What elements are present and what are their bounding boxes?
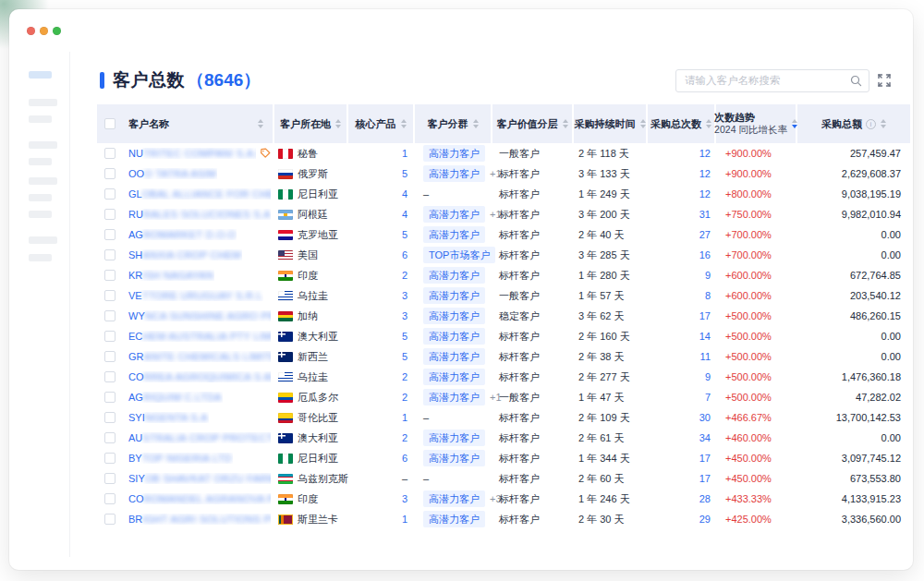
row-checkbox[interactable] [104, 331, 116, 342]
row-checkbox[interactable] [104, 453, 116, 464]
customer-name-link[interactable]: CORREA AGROQUIMICA S ANDR... [128, 371, 271, 382]
fullscreen-expand-icon[interactable] [878, 74, 891, 87]
purchase-count-link[interactable]: 8 [705, 290, 711, 301]
row-checkbox[interactable] [104, 290, 116, 301]
purchase-count-link[interactable]: 14 [699, 331, 711, 342]
close-window-button[interactable] [27, 27, 35, 35]
core-product-count-link[interactable]: 3 [402, 310, 407, 321]
customer-name-link[interactable]: AUSTRALIA CROP PROTECTIONP... [128, 432, 271, 443]
purchase-count-link[interactable]: 12 [699, 168, 711, 179]
core-product-count-link[interactable]: 4 [402, 209, 407, 220]
row-checkbox[interactable] [104, 351, 116, 362]
core-product-count-link[interactable]: 2 [402, 270, 407, 281]
column-header-core-product[interactable]: 核心产品 [348, 104, 415, 143]
customer-name-link[interactable]: RURALES SOLUCIONES S.A [128, 209, 271, 220]
row-checkbox[interactable] [104, 432, 116, 443]
customer-name-link[interactable]: OOO TATRA ASIM [128, 168, 217, 179]
row-checkbox[interactable] [104, 310, 116, 321]
core-product-count-link[interactable]: 5 [402, 331, 407, 342]
customer-name-link[interactable]: BYTOP NIGERIA LTD [128, 453, 233, 464]
row-checkbox[interactable] [104, 412, 116, 423]
core-product-count-link[interactable]: 5 [402, 168, 407, 179]
core-product-count-link[interactable]: 5 [402, 351, 407, 362]
row-checkbox[interactable] [104, 392, 116, 403]
sort-icon[interactable] [473, 119, 479, 128]
core-product-count-link[interactable]: 5 [402, 229, 407, 240]
column-header-trend[interactable]: 次数趋势 2024 同比增长率 [716, 104, 797, 143]
purchase-count-link[interactable]: 16 [699, 249, 711, 260]
core-product-count-link[interactable]: 1 [402, 148, 407, 159]
sidebar-item[interactable] [29, 194, 52, 201]
customer-name-link[interactable]: ECHEM AUSTRALIA PTY LIMITED [128, 331, 271, 342]
core-product-count-link[interactable]: 2 [402, 392, 407, 403]
purchase-count-link[interactable]: 17 [699, 453, 711, 464]
purchase-count-link[interactable]: 27 [699, 229, 711, 240]
row-checkbox[interactable] [104, 209, 116, 220]
row-checkbox[interactable] [104, 249, 116, 260]
row-checkbox[interactable] [104, 493, 116, 504]
sort-icon[interactable] [258, 119, 263, 128]
core-product-count-link[interactable]: 6 [402, 249, 407, 260]
core-product-count-link[interactable]: 3 [402, 493, 407, 504]
sidebar-item[interactable] [29, 177, 57, 185]
purchase-count-link[interactable]: 31 [699, 209, 711, 220]
row-checkbox[interactable] [104, 473, 116, 484]
sidebar-item[interactable] [29, 115, 52, 123]
row-checkbox[interactable] [104, 371, 116, 382]
sort-icon[interactable] [706, 119, 711, 128]
row-checkbox[interactable] [104, 148, 116, 159]
customer-name-link[interactable]: NUTRITEC COMPANI S.A.C [128, 148, 256, 159]
select-all-checkbox[interactable] [104, 118, 116, 129]
customer-name-link[interactable]: SHANXIA CROP CHEM [128, 249, 242, 260]
customer-name-link[interactable]: AGROMARKET D.O.O [128, 229, 237, 240]
row-checkbox[interactable] [104, 188, 116, 200]
customer-name-link[interactable]: KRISH NAGAYAN [128, 270, 214, 281]
customer-name-link[interactable]: COROMANDEL AGRANOVA PRIVATE ... [128, 493, 271, 504]
sort-icon-active-desc[interactable] [792, 119, 797, 128]
core-product-count-link[interactable]: – [402, 473, 407, 484]
sort-icon[interactable] [335, 119, 341, 128]
column-header-duration[interactable]: 采购持续时间 [574, 104, 648, 143]
purchase-count-link[interactable]: 17 [699, 310, 711, 321]
row-checkbox[interactable] [104, 514, 116, 525]
core-product-count-link[interactable]: 2 [402, 432, 407, 443]
search-icon[interactable] [850, 75, 862, 87]
customer-name-link[interactable]: AGRIQUIM C.LTDA [128, 392, 223, 403]
column-header-segment[interactable]: 客户分群 [415, 104, 492, 143]
purchase-count-link[interactable]: 17 [699, 473, 711, 484]
column-header-purchase-count[interactable]: 采购总次数 [648, 104, 716, 143]
column-header-customer-name[interactable]: 客户名称 [97, 104, 274, 143]
column-header-amount[interactable]: 采购总额 i [797, 104, 910, 143]
customer-name-link[interactable]: WYNCA SUNSHINE AGRO PRODU... [128, 310, 271, 321]
purchase-count-link[interactable]: 7 [705, 392, 711, 403]
sort-icon[interactable] [640, 119, 646, 128]
customer-name-link[interactable]: VETTORE URUGUAY S.R.L [128, 290, 263, 301]
sort-icon[interactable] [881, 119, 886, 128]
purchase-count-link[interactable]: 28 [699, 493, 711, 504]
core-product-count-link[interactable]: 6 [402, 453, 407, 464]
row-checkbox[interactable] [104, 168, 116, 179]
info-icon[interactable]: i [866, 119, 876, 129]
sidebar-item[interactable] [29, 236, 57, 244]
purchase-count-link[interactable]: 30 [699, 412, 711, 423]
sidebar-item[interactable] [29, 254, 52, 261]
purchase-count-link[interactable]: 34 [699, 432, 711, 443]
zoom-window-button[interactable] [53, 27, 61, 35]
core-product-count-link[interactable]: 1 [402, 514, 407, 525]
customer-name-link[interactable]: GLOBAL ALLIANCE FOR CHEMICA... [128, 188, 271, 200]
column-header-value-tier[interactable]: 客户价值分层 [492, 104, 574, 143]
customer-name-link[interactable]: BRIGHT AGRI SOLUTIONS PVTLTD [128, 514, 271, 525]
customer-name-link[interactable]: SYINGENTA S.A [128, 412, 209, 423]
search-input[interactable] [685, 75, 850, 86]
sidebar-item[interactable] [29, 211, 52, 218]
sort-icon[interactable] [401, 119, 407, 128]
sidebar-item[interactable] [29, 141, 57, 149]
core-product-count-link[interactable]: 3 [402, 290, 407, 301]
purchase-count-link[interactable]: 9 [705, 371, 711, 382]
customer-name-link[interactable]: SIYOB SHAVKAT ORZU FARMERX... [128, 473, 271, 484]
row-checkbox[interactable] [104, 270, 116, 281]
sidebar-item[interactable] [29, 158, 52, 165]
sidebar-item-active[interactable] [29, 71, 52, 79]
purchase-count-link[interactable]: 29 [699, 514, 711, 525]
minimize-window-button[interactable] [40, 27, 48, 35]
